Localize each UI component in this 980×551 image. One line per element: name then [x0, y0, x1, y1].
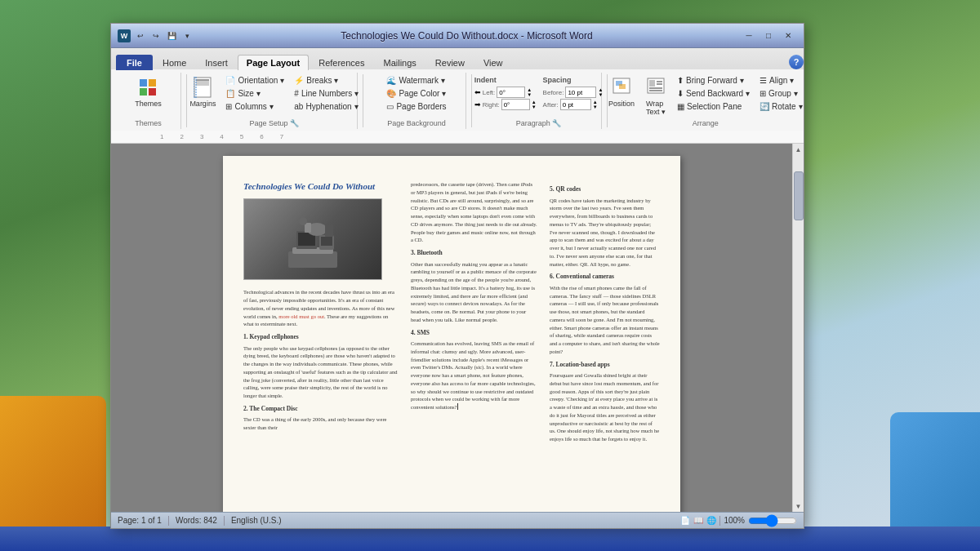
view-web-btn[interactable]: 🌐	[706, 516, 716, 525]
help-button[interactable]: ?	[789, 55, 804, 69]
line-numbers-icon: #	[294, 89, 299, 98]
orientation-icon: 📄	[225, 76, 235, 85]
scroll-down-arrow[interactable]: ▼	[794, 500, 804, 512]
page-setup-dialog-launcher[interactable]: 🔧	[290, 119, 299, 127]
quick-access-toolbar: ↩ ↪ 💾 ▾	[134, 29, 194, 42]
close-button[interactable]: ✕	[779, 29, 797, 43]
section-6-title: 6. Conventional cameras	[550, 273, 660, 282]
doc-intro-text: Technological advances in the recent dec…	[243, 288, 399, 328]
zoom-level: 100%	[724, 516, 745, 525]
group-button[interactable]: ⊞ Group ▾	[756, 87, 805, 100]
ribbon-group-arrange: Position WrapText ▾	[612, 73, 799, 129]
hyphenation-button[interactable]: ab Hyphenation ▾	[291, 100, 362, 113]
window-controls: ─ □ ✕	[740, 29, 797, 43]
rotate-button[interactable]: 🔄 Rotate ▾	[756, 100, 805, 113]
ruler-marks: 1 2 3 4 5 6 7	[160, 133, 283, 140]
spacing-after-input[interactable]: 0 pt	[560, 99, 591, 110]
document-page[interactable]: Technologies We Could Do Without	[223, 156, 680, 512]
minimize-button[interactable]: ─	[740, 29, 758, 43]
indent-left-spinner[interactable]: ▲ ▼	[527, 87, 532, 97]
paragraph-dialog-launcher[interactable]: 🔧	[552, 119, 561, 127]
margins-button[interactable]: Margins	[186, 74, 219, 109]
scroll-up-arrow[interactable]: ▲	[794, 144, 804, 155]
redo-button[interactable]: ↪	[149, 29, 163, 42]
view-normal-btn[interactable]: 📄	[680, 516, 690, 525]
section-6-text: With the rise of smart phones came the f…	[550, 284, 660, 356]
tab-review[interactable]: Review	[426, 55, 474, 70]
arrange-items: Position WrapText ▾	[605, 74, 806, 118]
tab-mailings[interactable]: Mailings	[374, 55, 425, 70]
columns-button[interactable]: ⊞ Columns ▾	[222, 100, 287, 113]
rotate-icon: 🔄	[760, 102, 769, 111]
maximize-button[interactable]: □	[760, 29, 777, 43]
spacing-before-input[interactable]: 10 pt	[565, 87, 596, 98]
tab-page-layout[interactable]: Page Layout	[238, 55, 309, 70]
wrap-text-button[interactable]: WrapText ▾	[641, 74, 670, 118]
tab-references[interactable]: References	[310, 55, 373, 70]
save-button[interactable]: 💾	[165, 29, 178, 42]
dropdown-arrow[interactable]: ▾	[180, 29, 194, 42]
tech-pile-svg	[272, 207, 354, 272]
title-bar-left: W ↩ ↪ 💾 ▾	[118, 29, 194, 42]
bring-forward-button[interactable]: ⬆ Bring Forward ▾	[674, 74, 753, 87]
send-backward-button[interactable]: ⬇ Send Backward ▾	[674, 87, 753, 100]
spacing-before-spinner[interactable]: ▲ ▼	[598, 87, 603, 97]
indent-right-input[interactable]: 0°	[501, 99, 530, 110]
section-3-title: 3. Bluetooth	[411, 249, 537, 258]
tab-home[interactable]: Home	[154, 55, 195, 70]
ribbon-help-area: ?	[789, 55, 804, 69]
position-icon	[610, 76, 633, 99]
arrange-col: ⬆ Bring Forward ▾ ⬇ Send Backward ▾ ▦ Se…	[674, 74, 753, 113]
indent-left-row: ⬅ Left: 0° ▲ ▼	[474, 87, 537, 98]
watermark-button[interactable]: 🌊 Watermark ▾	[383, 74, 449, 87]
vertical-scrollbar[interactable]: ▲ ▼	[792, 144, 804, 512]
status-words: Words: 842	[176, 516, 217, 525]
spacing-after-row: After: 0 pt ▲ ▼	[543, 99, 604, 110]
page-color-button[interactable]: 🎨 Page Color ▾	[383, 87, 449, 100]
indent-heading: Indent	[474, 74, 537, 86]
spacing-after-spinner[interactable]: ▲ ▼	[593, 100, 598, 109]
section-4-text: Communication has evolved, leaving SMS a…	[411, 340, 537, 411]
orientation-size-cols: 📄 Orientation ▾ 📋 Size ▾ ⊞ Columns ▾	[222, 74, 287, 113]
themes-button[interactable]: Themes	[131, 74, 165, 109]
section-5-title: 5. QR codes	[550, 185, 660, 194]
undo-button[interactable]: ↩	[134, 29, 147, 42]
indent-left-input[interactable]: 0°	[497, 87, 525, 98]
page-setup-items: Margins 📄 Orientation ▾ 📋 Size ▾ ⊞ Colu	[186, 74, 362, 118]
breaks-icon: ⚡	[294, 76, 304, 85]
position-button[interactable]: Position	[605, 74, 638, 109]
desktop-furniture-right	[890, 412, 980, 527]
indent-right-spinner[interactable]: ▲ ▼	[532, 100, 537, 109]
scroll-thumb[interactable]	[794, 171, 804, 220]
divider-2	[363, 74, 363, 127]
word-window: W ↩ ↪ 💾 ▾ Technologies We Could Do Witho…	[110, 23, 804, 529]
margins-icon	[191, 76, 214, 99]
orientation-button[interactable]: 📄 Orientation ▾	[222, 74, 287, 87]
page-borders-button[interactable]: ▭ Page Borders	[383, 100, 449, 113]
zoom-slider[interactable]	[748, 517, 797, 525]
selection-pane-button[interactable]: ▦ Selection Pane	[674, 100, 753, 113]
position-label: Position	[608, 100, 635, 108]
tab-file[interactable]: File	[116, 55, 153, 70]
themes-label: Themes	[135, 100, 162, 108]
tab-insert[interactable]: Insert	[196, 55, 237, 70]
title-bar: W ↩ ↪ 💾 ▾ Technologies We Could Do Witho…	[111, 24, 804, 48]
section-1-text: The only people who use keypad cellphone…	[243, 344, 399, 400]
svg-rect-3	[149, 88, 156, 96]
svg-point-28	[299, 217, 307, 225]
breaks-button[interactable]: ⚡ Breaks ▾	[291, 74, 362, 87]
align-button[interactable]: ☰ Align ▾	[756, 74, 805, 87]
status-sep-2	[224, 516, 225, 526]
view-reading-btn[interactable]: 📖	[693, 516, 703, 525]
taskbar[interactable]	[0, 527, 980, 551]
size-button[interactable]: 📋 Size ▾	[222, 87, 287, 100]
align-icon: ☰	[760, 76, 767, 85]
line-numbers-button[interactable]: # Line Numbers ▾	[291, 87, 362, 100]
hyphenation-icon: ab	[294, 102, 303, 111]
spacing-heading: Spacing	[543, 74, 604, 86]
svg-rect-2	[140, 88, 147, 96]
tab-view[interactable]: View	[474, 55, 512, 70]
status-language: English (U.S.)	[231, 516, 282, 525]
doc-column-middle: predecessors, the cassette tape (driven)…	[411, 180, 537, 512]
svg-rect-14	[649, 80, 655, 87]
